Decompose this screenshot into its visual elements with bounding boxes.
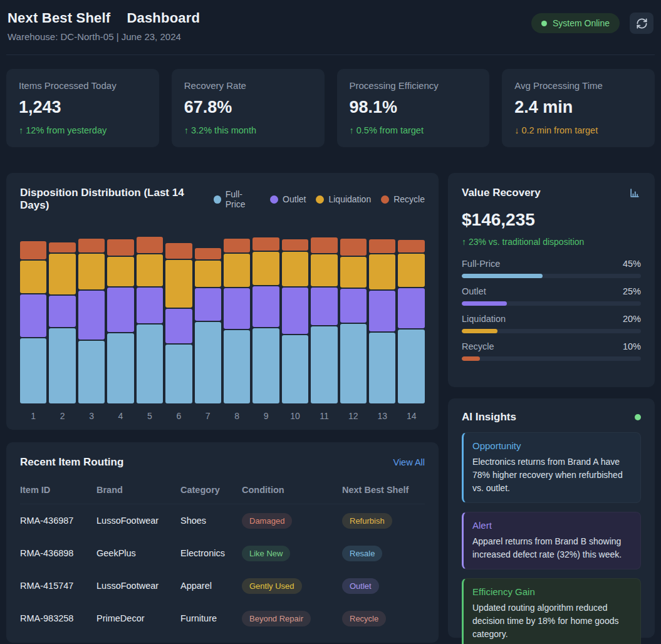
progress-track — [462, 329, 641, 333]
insight-tag: Alert — [472, 520, 632, 531]
cell-shelf: Outlet — [342, 578, 425, 594]
table-row[interactable]: RMA-983258 PrimeDecor Furniture Beyond R… — [20, 602, 425, 635]
main-grid: Disposition Distribution (Last 14 Days) … — [6, 173, 655, 643]
chart-header: Disposition Distribution (Last 14 Days) … — [20, 187, 425, 212]
bar-segment-full-price — [311, 326, 337, 404]
stacked-bar[interactable] — [224, 239, 250, 403]
cell-shelf: Resale — [342, 546, 425, 561]
legend-item: Outlet — [270, 194, 306, 204]
x-axis-label: 2 — [49, 411, 75, 421]
bar-segment-outlet — [369, 291, 395, 331]
stat-card: Items Processed Today 1,243 ↑ 12% from y… — [6, 69, 159, 147]
routing-title: Recent Item Routing — [20, 456, 123, 469]
stacked-bar[interactable] — [137, 237, 163, 403]
stacked-bar[interactable] — [282, 239, 308, 403]
bar-segment-recycle — [252, 237, 279, 251]
legend-label: Full-Price — [226, 189, 260, 209]
bar-segment-liquidation — [20, 261, 46, 293]
cell-item-id: RMA-436987 — [20, 516, 96, 526]
recovery-percent: 45% — [623, 259, 641, 269]
status-dot-icon — [541, 21, 547, 26]
stacked-bar[interactable] — [49, 242, 75, 403]
cell-category: Furniture — [180, 613, 242, 623]
table-row[interactable]: RMA-436898 GeekPlus Electronics Like New… — [20, 537, 425, 569]
refresh-icon — [636, 18, 648, 29]
recovery-row: Full-Price 45% — [462, 259, 641, 278]
stacked-bar[interactable] — [107, 239, 133, 403]
bar-segment-recycle — [311, 237, 337, 253]
stat-card: Avg Processing Time 2.4 min ↓ 0.2 min fr… — [502, 69, 655, 147]
shelf-badge: Outlet — [342, 578, 379, 594]
bar-segment-outlet — [137, 288, 163, 323]
x-axis-label: 5 — [137, 411, 163, 421]
bar-segment-full-price — [78, 341, 105, 403]
status-label: System Online — [553, 18, 610, 28]
bar-segment-liquidation — [195, 261, 221, 287]
stacked-bar[interactable] — [252, 237, 279, 403]
bar-segment-liquidation — [398, 254, 424, 287]
condition-badge: Beyond Repair — [242, 611, 311, 626]
cell-brand: LussoFootwear — [96, 516, 180, 526]
ai-status-dot-icon — [635, 414, 641, 420]
stacked-bar[interactable] — [398, 240, 424, 403]
insight-text: Updated routing algorithm reduced decisi… — [472, 601, 632, 641]
left-column: Disposition Distribution (Last 14 Days) … — [6, 173, 439, 643]
stacked-bar[interactable] — [369, 239, 395, 403]
bar-segment-recycle — [398, 240, 424, 252]
warehouse-subtitle: Warehouse: DC-North-05 | June 23, 2024 — [8, 31, 200, 42]
legend-item: Recycle — [381, 194, 425, 204]
view-all-link[interactable]: View All — [393, 457, 425, 467]
legend-dot-icon — [316, 195, 324, 204]
stacked-bar[interactable] — [165, 243, 192, 403]
ai-insights-panel: AI Insights Opportunity Electronics retu… — [448, 398, 655, 638]
bar-segment-recycle — [224, 239, 250, 252]
shelf-badge: Resale — [342, 546, 382, 561]
recovery-label: Recycle — [462, 341, 494, 351]
x-axis-label: 13 — [369, 411, 395, 421]
stacked-bar[interactable] — [340, 239, 367, 403]
bar-segment-outlet — [20, 294, 46, 337]
recovery-title: Value Recovery — [462, 187, 541, 199]
stacked-bar[interactable] — [20, 241, 46, 403]
refresh-button[interactable] — [630, 13, 653, 34]
table-row[interactable]: RMA-436987 LussoFootwear Shoes Damaged R… — [20, 504, 425, 537]
right-column: Value Recovery $146,235 ↑ 23% vs. tradit… — [448, 173, 655, 643]
bar-segment-recycle — [49, 242, 75, 252]
insight-tag: Efficiency Gain — [472, 586, 632, 597]
cell-condition: Beyond Repair — [242, 611, 342, 626]
recovery-row-top: Liquidation 20% — [462, 314, 641, 324]
bar-segment-outlet — [252, 286, 279, 327]
x-axis-labels: 1234567891011121314 — [20, 411, 425, 421]
bar-segment-liquidation — [137, 254, 163, 286]
stacked-bar[interactable] — [311, 237, 337, 403]
bar-segment-full-price — [340, 324, 367, 403]
stat-label: Avg Processing Time — [514, 80, 642, 91]
stacked-bar[interactable] — [195, 248, 221, 403]
bar-segment-outlet — [49, 296, 75, 328]
condition-badge: Like New — [242, 546, 290, 561]
insight-card: Opportunity Electronics returns from Bra… — [462, 432, 641, 503]
stat-value: 1,243 — [19, 98, 147, 117]
insight-text: Electronics returns from Brand A have 78… — [472, 455, 632, 495]
progress-fill — [462, 301, 507, 306]
stat-change: ↓ 0.2 min from target — [514, 125, 642, 135]
stacked-bar[interactable] — [78, 239, 105, 403]
cell-category: Apparel — [180, 581, 242, 591]
recovery-percent: 20% — [623, 314, 641, 324]
shelf-badge: Refurbish — [342, 513, 392, 529]
shelf-badge: Recycle — [342, 611, 386, 626]
cell-category: Shoes — [180, 516, 242, 526]
system-status-badge: System Online — [531, 13, 620, 33]
recovery-percent: 10% — [623, 341, 641, 351]
bar-segment-outlet — [311, 288, 337, 325]
bar-segment-liquidation — [369, 254, 395, 289]
recovery-row-top: Outlet 25% — [462, 286, 641, 296]
stat-label: Processing Efficiency — [350, 80, 477, 91]
x-axis-label: 3 — [78, 411, 105, 421]
cell-item-id: RMA-436898 — [20, 548, 96, 558]
bar-segment-liquidation — [282, 252, 308, 286]
insight-cards: Opportunity Electronics returns from Bra… — [462, 432, 641, 644]
table-column-header: Brand — [96, 485, 180, 495]
recovery-header: Value Recovery — [462, 187, 641, 199]
table-row[interactable]: RMA-415747 LussoFootwear Apparel Gently … — [20, 569, 425, 602]
